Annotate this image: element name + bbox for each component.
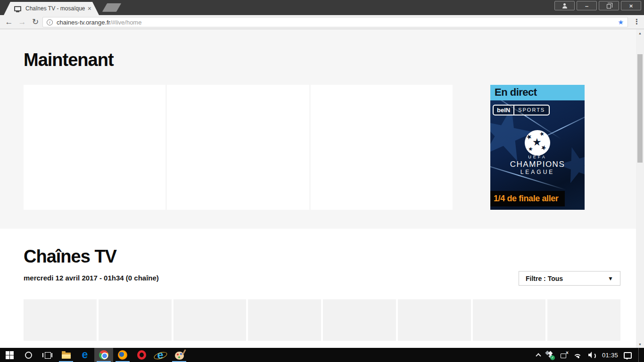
volume-icon[interactable] xyxy=(588,352,596,358)
internet-explorer-icon xyxy=(155,350,165,360)
edge-button[interactable] xyxy=(75,348,94,362)
channel-tile[interactable] xyxy=(473,299,546,341)
browser-menu-icon[interactable]: ⋮ xyxy=(633,17,640,26)
page-content: Maintenant ★ ★ En direct beIN SPORTS ★★★… xyxy=(0,29,644,348)
start-button[interactable] xyxy=(0,348,19,362)
window-controls: – × xyxy=(554,1,641,10)
channel-tile[interactable] xyxy=(99,299,172,341)
tab-close-icon[interactable]: × xyxy=(88,5,91,12)
section-channels: Chaînes TV mercredi 12 avril 2017 - 01h3… xyxy=(0,229,636,348)
show-desktop-button[interactable] xyxy=(638,348,640,362)
now-card[interactable] xyxy=(167,85,309,210)
section-now: Maintenant ★ ★ En direct beIN SPORTS ★★★… xyxy=(0,29,636,229)
chrome-button[interactable] xyxy=(94,348,113,362)
chrome-icon xyxy=(99,350,108,360)
sports-logo-text: SPORTS xyxy=(514,106,549,115)
wifi-icon[interactable] xyxy=(574,352,583,358)
profile-button[interactable] xyxy=(554,1,575,10)
new-tab-button[interactable] xyxy=(102,3,121,12)
task-view-icon xyxy=(42,352,52,359)
task-view-button[interactable] xyxy=(38,348,57,362)
person-icon xyxy=(562,3,568,8)
restore-button[interactable] xyxy=(599,1,619,10)
browser-tab[interactable]: Chaînes TV - mosaïque × xyxy=(4,2,99,15)
uefa-wordmark: UEFA xyxy=(490,155,585,159)
paint-button[interactable] xyxy=(170,348,189,362)
bein-sports-logo: beIN SPORTS xyxy=(493,105,550,115)
scrollbar-thumb[interactable] xyxy=(637,54,643,163)
system-tray: 01:35 xyxy=(533,348,644,362)
scroll-down-icon[interactable]: ▼ xyxy=(636,340,644,348)
champions-wordmark: CHAMPIONS xyxy=(490,160,585,169)
channel-tile[interactable] xyxy=(398,299,471,341)
channel-tile[interactable] xyxy=(547,299,620,341)
address-bar[interactable]: i chaines-tv.orange.fr/#live/home ★ xyxy=(42,17,628,27)
chevron-down-icon: ▼ xyxy=(608,275,613,282)
channels-date-count: mercredi 12 avril 2017 - 01h34 (0 chaîne… xyxy=(24,274,159,282)
back-button[interactable]: ← xyxy=(4,16,14,28)
paint-icon xyxy=(175,352,184,360)
now-card[interactable] xyxy=(24,85,165,210)
screen: Chaînes TV - mosaïque × – × ← → ↻ i chai… xyxy=(0,0,644,362)
tv-favicon-icon xyxy=(14,6,21,11)
url-host: chaines-tv.orange.fr xyxy=(57,19,110,26)
scroll-up-icon[interactable]: ▲ xyxy=(636,29,644,37)
page-info-icon[interactable]: i xyxy=(47,19,53,25)
tab-title: Chaînes TV - mosaïque xyxy=(25,5,85,12)
channel-tiles xyxy=(24,299,620,341)
browser-toolbar: ← → ↻ i chaines-tv.orange.fr/#live/home … xyxy=(0,15,644,29)
forward-button[interactable]: → xyxy=(17,16,27,28)
channel-tile[interactable] xyxy=(173,299,247,341)
league-wordmark: LEAGUE xyxy=(490,169,585,175)
firefox-button[interactable] xyxy=(113,348,132,362)
restore-icon xyxy=(607,4,611,8)
folder-icon xyxy=(62,353,71,359)
action-center-icon[interactable] xyxy=(624,352,632,359)
opera-icon xyxy=(137,350,146,360)
close-button[interactable]: × xyxy=(621,1,641,10)
uefa-starball-icon: ★★★★★ xyxy=(525,130,550,156)
channel-tile[interactable] xyxy=(323,299,396,341)
opera-button[interactable] xyxy=(132,348,151,362)
live-badge: En direct xyxy=(490,85,585,100)
firefox-icon xyxy=(118,350,127,360)
tray-expand-chevron-icon[interactable] xyxy=(536,353,541,358)
internet-explorer-button[interactable] xyxy=(151,348,170,362)
filter-label: Filtre : Tous xyxy=(526,275,563,282)
vertical-scrollbar[interactable]: ▲ ▼ xyxy=(636,29,644,348)
now-cards xyxy=(24,85,453,210)
filter-dropdown[interactable]: Filtre : Tous ▼ xyxy=(519,271,620,286)
minimize-button[interactable]: – xyxy=(577,1,597,10)
now-title: Maintenant xyxy=(24,50,114,70)
edge-icon xyxy=(82,350,88,360)
url-text: chaines-tv.orange.fr/#live/home xyxy=(57,19,614,26)
channels-title: Chaînes TV xyxy=(24,247,116,267)
bookmark-star-icon[interactable]: ★ xyxy=(618,18,624,26)
browser-titlebar: Chaînes TV - mosaïque × – × xyxy=(0,0,644,15)
reload-button[interactable]: ↻ xyxy=(30,16,41,28)
file-explorer-button[interactable] xyxy=(57,348,75,362)
bein-sports-ad-banner[interactable]: ★ ★ En direct beIN SPORTS ★★★★★ UEFA CHA… xyxy=(490,85,585,210)
tray-app-sync-icon[interactable] xyxy=(546,351,554,359)
now-card[interactable] xyxy=(311,85,453,210)
windows-logo-icon xyxy=(6,351,14,359)
bein-logo-text: beIN xyxy=(494,106,514,115)
taskbar-clock[interactable]: 01:35 xyxy=(602,352,618,359)
cortana-search-button[interactable] xyxy=(19,348,38,362)
ethernet-disconnected-icon[interactable] xyxy=(560,352,569,358)
taskbar: 01:35 xyxy=(0,348,644,362)
cortana-icon xyxy=(25,352,32,359)
channel-tile[interactable] xyxy=(24,299,97,341)
ad-footer-text: 1/4 de finale aller xyxy=(490,191,565,206)
url-path: /#live/home xyxy=(110,19,141,26)
channel-tile[interactable] xyxy=(248,299,321,341)
